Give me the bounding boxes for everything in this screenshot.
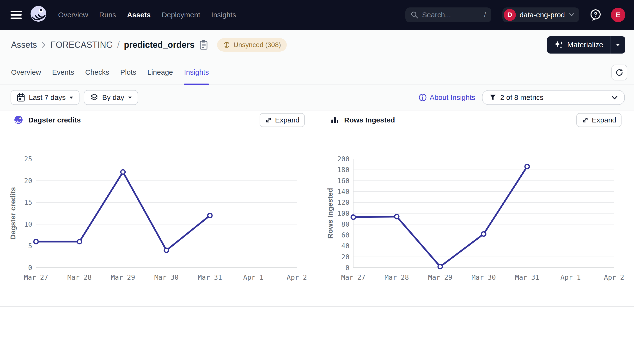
granularity-label: By day [102,94,124,102]
funnel-icon [489,94,496,101]
caret-down-icon [70,96,73,99]
tab-checks[interactable]: Checks [85,60,109,84]
rows-ingested-header: Rows Ingested Expand [317,110,634,130]
clipboard-icon [199,40,208,50]
svg-text:25: 25 [24,155,32,163]
page-title: predicted_orders [124,40,194,50]
help-button[interactable]: ? [589,9,602,21]
chart-title: Rows Ingested [344,116,572,124]
svg-text:Rows Ingested: Rows Ingested [326,188,334,239]
help-icon: ? [589,9,602,21]
svg-text:Mar 31: Mar 31 [515,274,539,282]
workspace-switcher[interactable]: D data-eng-prod [502,8,579,22]
nav-item-assets[interactable]: Assets [127,11,150,19]
granularity-dropdown[interactable]: By day [84,90,138,105]
chevron-down-icon [569,13,574,17]
svg-text:100: 100 [337,210,350,218]
search-icon [411,11,418,19]
time-range-dropdown[interactable]: Last 7 days [10,90,80,105]
bar-chart-icon [331,116,339,124]
about-insights-link[interactable]: About Insights [418,94,475,102]
metrics-dropdown[interactable]: 2 of 8 metrics [482,90,625,105]
svg-text:Apr 1: Apr 1 [560,274,581,282]
expand-rows-ingested-button[interactable]: Expand [576,113,622,127]
breadcrumb-assets-link[interactable]: Assets [11,40,37,50]
chevron-down-icon [612,96,618,100]
top-nav: Overview Runs Assets Deployment Insights… [0,0,634,30]
svg-text:40: 40 [341,242,350,250]
svg-text:80: 80 [341,220,350,228]
workspace-label: data-eng-prod [520,11,565,19]
breadcrumb-chevron-icon [41,42,46,48]
caret-down-icon [616,44,620,46]
search-placeholder: Search... [422,11,480,19]
svg-text:Mar 29: Mar 29 [111,274,135,282]
about-insights-label: About Insights [430,94,475,102]
rows-ingested-chart: 020406080100120140160180200Mar 27Mar 28M… [317,130,634,306]
svg-text:140: 140 [337,188,350,196]
tab-overview[interactable]: Overview [11,60,41,84]
user-avatar[interactable]: E [611,8,625,22]
nav-item-overview[interactable]: Overview [58,11,88,19]
svg-text:0: 0 [345,264,350,272]
tab-lineage[interactable]: Lineage [148,60,173,84]
info-icon [418,94,427,102]
dagster-logo[interactable] [28,4,48,26]
dagster-credits-header: Dagster credits Expand [0,110,317,130]
asset-header: Assets FORECASTING / predicted_orders Un… [0,30,634,60]
dagster-credits-icon [14,115,24,125]
refresh-button[interactable] [612,64,627,80]
svg-text:20: 20 [24,177,32,185]
asset-tabs: Overview Events Checks Plots Lineage Ins… [0,60,634,85]
svg-text:15: 15 [24,198,32,206]
dagster-credits-chart: 0510152025Mar 27Mar 28Mar 29Mar 30Mar 31… [0,130,317,306]
tab-insights[interactable]: Insights [184,60,209,84]
svg-text:120: 120 [337,198,350,206]
unsynced-badge-label: Unsynced (308) [234,41,281,49]
breadcrumb-group-link[interactable]: FORECASTING [50,40,113,50]
expand-label: Expand [592,116,616,124]
svg-text:Apr 1: Apr 1 [243,274,264,282]
insights-filters: Last 7 days By day About Insights 2 of 8… [0,85,634,110]
svg-text:Apr 2: Apr 2 [287,274,307,282]
svg-text:Mar 29: Mar 29 [428,274,452,282]
svg-text:?: ? [594,11,598,18]
search-input[interactable]: Search... / [406,8,491,22]
svg-text:160: 160 [337,177,350,185]
materialize-caret-button[interactable] [610,36,625,54]
svg-text:10: 10 [24,220,32,228]
svg-text:Mar 31: Mar 31 [198,274,222,282]
metrics-label: 2 of 8 metrics [500,94,544,102]
svg-text:200: 200 [337,155,350,163]
svg-text:Mar 27: Mar 27 [341,274,365,282]
tab-events[interactable]: Events [52,60,74,84]
svg-text:Mar 27: Mar 27 [24,274,48,282]
unsynced-badge[interactable]: Unsynced (308) [217,38,287,52]
expand-dagster-credits-button[interactable]: Expand [260,113,305,127]
svg-text:5: 5 [28,242,32,250]
insights-charts: Dagster credits Expand 0510152025Mar 27M… [0,110,634,307]
dagster-credits-panel: Dagster credits Expand 0510152025Mar 27M… [0,110,317,306]
refresh-icon [615,68,624,77]
chart-title: Dagster credits [28,116,255,124]
sparkles-icon [554,40,564,50]
expand-icon [582,116,589,124]
expand-icon [265,116,272,124]
nav-item-deployment[interactable]: Deployment [162,11,200,19]
copy-asset-name-button[interactable] [199,40,208,50]
materialize-button[interactable]: Materialize [547,36,610,54]
calendar-icon [17,93,25,102]
svg-text:60: 60 [341,231,350,239]
svg-text:Dagster credits: Dagster credits [9,187,17,240]
menu-button[interactable] [10,11,22,19]
nav-links: Overview Runs Assets Deployment Insights [58,11,236,19]
svg-text:Apr 2: Apr 2 [604,274,624,282]
workspace-badge: D [504,9,516,21]
materialize-label: Materialize [567,40,603,49]
caret-down-icon [128,96,132,99]
sync-alert-icon [223,41,230,49]
tab-plots[interactable]: Plots [120,60,136,84]
nav-item-insights[interactable]: Insights [211,11,236,19]
svg-text:Mar 28: Mar 28 [67,274,92,282]
nav-item-runs[interactable]: Runs [99,11,116,19]
